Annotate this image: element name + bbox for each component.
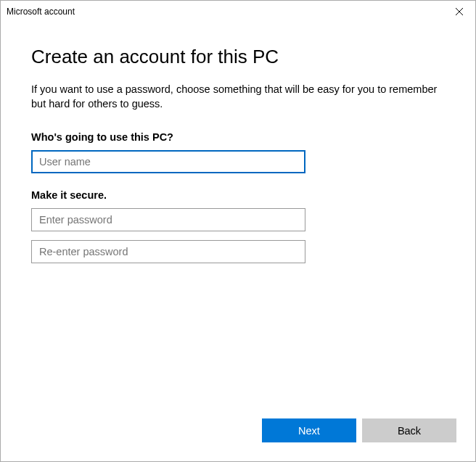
next-button[interactable]: Next	[262, 418, 356, 442]
password-section-label: Make it secure.	[31, 189, 445, 201]
username-group: Who's going to use this PC?	[31, 131, 445, 173]
username-input[interactable]	[31, 150, 305, 173]
window-title: Microsoft account	[7, 7, 445, 17]
dialog-window: Microsoft account Create an account for …	[0, 0, 476, 462]
footer: Next Back	[1, 418, 475, 461]
titlebar: Microsoft account	[1, 1, 475, 22]
close-button[interactable]	[445, 1, 474, 22]
content-area: Create an account for this PC If you wan…	[1, 22, 475, 418]
password-group: Make it secure.	[31, 189, 445, 263]
username-section-label: Who's going to use this PC?	[31, 131, 445, 143]
password-input[interactable]	[31, 208, 305, 231]
page-subtext: If you want to use a password, choose so…	[31, 83, 445, 111]
back-button[interactable]: Back	[362, 418, 456, 442]
page-heading: Create an account for this PC	[31, 46, 445, 68]
confirm-password-input[interactable]	[31, 240, 305, 263]
close-icon	[456, 8, 463, 15]
